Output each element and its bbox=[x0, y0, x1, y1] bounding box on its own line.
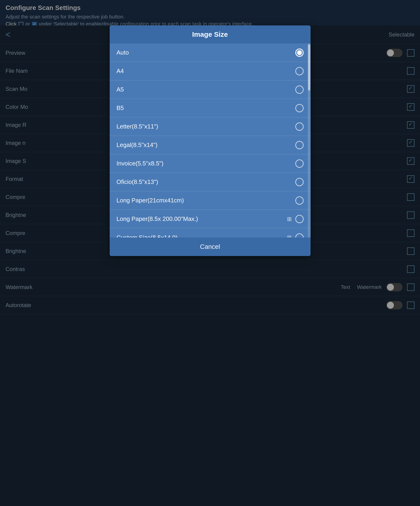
radio-invoice[interactable] bbox=[295, 160, 304, 168]
modal-options-list: Auto A4 A5 B5 Letter(8.5"x11") bbox=[110, 43, 311, 238]
option-label-letter: Letter(8.5"x11") bbox=[117, 123, 295, 130]
settings-icon-customsize[interactable]: ⊞ bbox=[287, 234, 292, 238]
option-auto[interactable]: Auto bbox=[110, 43, 311, 62]
option-label-oficio: Oficio(8.5"x13") bbox=[117, 178, 295, 186]
option-label-longpaper85: Long Paper(8.5x 200.00"Max.) bbox=[117, 215, 287, 222]
settings-icon-longpaper85[interactable]: ⊞ bbox=[287, 216, 292, 222]
option-invoice[interactable]: Invoice(5.5"x8.5") bbox=[110, 154, 311, 173]
radio-longpaper85[interactable] bbox=[295, 215, 304, 223]
option-longpaper21[interactable]: Long Paper(21cmx41cm) bbox=[110, 191, 311, 210]
scrollbar-track bbox=[308, 43, 311, 238]
radio-oficio[interactable] bbox=[295, 178, 304, 186]
cancel-button[interactable]: Cancel bbox=[110, 238, 311, 256]
option-label-customsize: Custom Size(8.5x14.0) bbox=[117, 234, 287, 238]
scrollbar-thumb[interactable] bbox=[308, 44, 310, 91]
option-label-invoice: Invoice(5.5"x8.5") bbox=[117, 160, 295, 167]
radio-letter[interactable] bbox=[295, 122, 304, 131]
modal-footer: Cancel bbox=[110, 238, 311, 256]
modal-header: Image Size bbox=[110, 25, 311, 43]
modal-title: Image Size bbox=[192, 31, 228, 38]
option-label-longpaper21: Long Paper(21cmx41cm) bbox=[117, 197, 295, 204]
option-label-legal: Legal(8.5"x14") bbox=[117, 141, 295, 149]
option-label-b5: B5 bbox=[117, 104, 295, 112]
radio-legal[interactable] bbox=[295, 141, 304, 149]
option-a4[interactable]: A4 bbox=[110, 62, 311, 80]
option-label-auto: Auto bbox=[117, 49, 295, 56]
image-size-modal: Image Size Auto A4 A5 B5 bbox=[110, 25, 311, 256]
radio-a5[interactable] bbox=[295, 86, 304, 94]
option-legal[interactable]: Legal(8.5"x14") bbox=[110, 136, 311, 154]
option-label-a4: A4 bbox=[117, 67, 295, 75]
option-label-a5: A5 bbox=[117, 86, 295, 93]
option-letter[interactable]: Letter(8.5"x11") bbox=[110, 117, 311, 136]
option-b5[interactable]: B5 bbox=[110, 99, 311, 117]
radio-auto[interactable] bbox=[295, 48, 304, 57]
radio-longpaper21[interactable] bbox=[295, 196, 304, 205]
radio-customsize[interactable] bbox=[295, 233, 304, 238]
option-a5[interactable]: A5 bbox=[110, 80, 311, 99]
radio-a4[interactable] bbox=[295, 67, 304, 75]
radio-b5[interactable] bbox=[295, 104, 304, 112]
option-oficio[interactable]: Oficio(8.5"x13") bbox=[110, 173, 311, 191]
option-longpaper85[interactable]: Long Paper(8.5x 200.00"Max.) ⊞ bbox=[110, 210, 311, 228]
option-customsize[interactable]: Custom Size(8.5x14.0) ⊞ bbox=[110, 228, 311, 238]
